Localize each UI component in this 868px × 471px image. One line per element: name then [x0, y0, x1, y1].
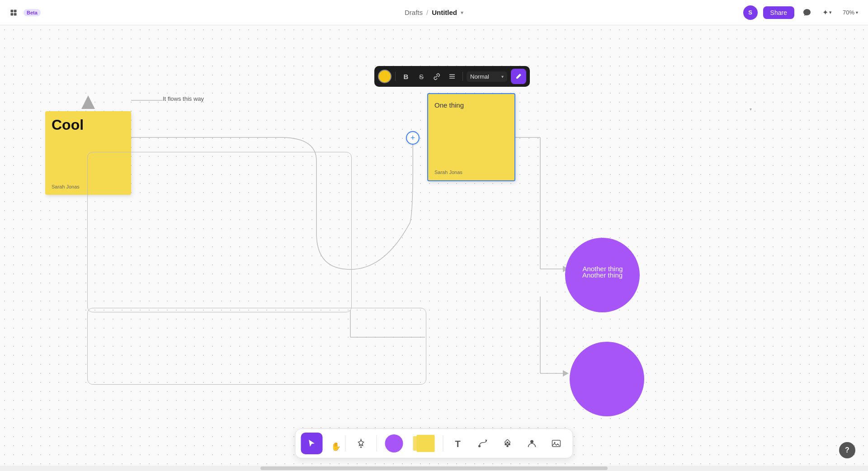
strikethrough-button[interactable]: S — [415, 70, 428, 83]
comments-button[interactable] — [800, 6, 814, 19]
select-tools: ✋ — [301, 433, 341, 454]
sticky-1-author: Sarah Jonas — [52, 184, 80, 189]
svg-point-27 — [554, 442, 556, 443]
frame-container[interactable] — [87, 152, 352, 312]
hand-icon: ✋ — [331, 442, 341, 452]
document-title[interactable]: Untitled — [432, 9, 457, 16]
connect-node[interactable]: + — [406, 131, 420, 145]
toolbar-separator-2 — [462, 72, 463, 81]
share-button[interactable]: Share — [763, 6, 794, 19]
color-picker-button[interactable] — [378, 70, 392, 83]
text-style-label: Normal — [470, 73, 489, 80]
person-tool-button[interactable] — [521, 433, 543, 454]
text-style-chevron: ▾ — [501, 74, 504, 79]
svg-rect-2 — [10, 13, 13, 15]
help-button[interactable]: ? — [839, 442, 855, 458]
note-tool-button[interactable] — [410, 433, 439, 454]
svg-rect-3 — [14, 13, 17, 15]
svg-point-19 — [478, 445, 481, 447]
sticky-2-author: Sarah Jonas — [434, 170, 462, 175]
svg-text:T: T — [455, 439, 461, 449]
topbar-left: Beta — [7, 6, 41, 19]
plus-icon: + — [410, 134, 415, 142]
pen-format-button[interactable] — [511, 69, 526, 84]
select-tool-button[interactable] — [301, 433, 323, 454]
zoom-chevron: ▾ — [856, 10, 858, 15]
image-tool-button[interactable] — [546, 433, 567, 454]
svg-rect-21 — [505, 443, 507, 445]
toolbar-sep-1 — [345, 435, 346, 452]
frame-container-2[interactable] — [87, 308, 426, 385]
text-tool-button[interactable]: T — [448, 433, 470, 454]
toolbar-sep-3 — [443, 435, 443, 452]
svg-rect-23 — [507, 442, 509, 443]
breadcrumb-drafts[interactable]: Drafts — [405, 9, 423, 16]
color-dropdown[interactable]: ▾ — [749, 107, 753, 112]
purple-circle-2[interactable] — [570, 342, 644, 416]
svg-rect-22 — [509, 443, 510, 445]
horizontal-scrollbar[interactable] — [0, 466, 868, 471]
connector-tool-button[interactable] — [472, 433, 494, 454]
link-button[interactable] — [430, 70, 443, 83]
zoom-level: 70% — [843, 9, 854, 16]
title-dropdown-chevron[interactable]: ▾ — [461, 9, 463, 16]
list-button[interactable] — [445, 70, 459, 83]
svg-point-25 — [530, 440, 533, 443]
arrow-label: It flows this way — [163, 95, 204, 102]
svg-rect-1 — [14, 9, 17, 12]
circle-tool-button[interactable] — [382, 433, 407, 454]
topbar-right: S Share ✦ ▾ 70% ▾ — [743, 5, 861, 20]
pen-tool-button[interactable] — [350, 433, 372, 454]
breadcrumb-separator: / — [426, 9, 428, 16]
toolbar-sep-2 — [377, 435, 377, 452]
zoom-control[interactable]: 70% ▾ — [840, 7, 861, 18]
sticky-note-2[interactable]: One thing Sarah Jonas — [427, 93, 515, 181]
avatar[interactable]: S — [743, 5, 758, 20]
sticky-1-content: Cool — [52, 117, 125, 133]
diamond-tool-button[interactable] — [497, 433, 519, 454]
topbar: Beta Drafts / Untitled ▾ S Share ✦ ▾ 70%… — [0, 0, 868, 25]
text-style-dropdown[interactable]: Normal ▾ — [467, 71, 507, 82]
logo-button[interactable] — [7, 6, 20, 19]
bold-button[interactable]: B — [399, 70, 413, 83]
bottom-toolbar: ✋ T — [295, 429, 573, 458]
breadcrumb: Drafts / Untitled ▾ — [405, 9, 463, 16]
svg-rect-24 — [507, 445, 509, 447]
svg-rect-0 — [10, 9, 13, 12]
beta-badge: Beta — [24, 9, 41, 16]
canvas[interactable]: It flows this way Cool Sarah Jonas One t… — [0, 25, 868, 471]
purple-circle-1[interactable]: Another thing — [565, 238, 640, 312]
scrollbar-thumb[interactable] — [260, 466, 608, 470]
svg-marker-14 — [563, 370, 569, 377]
format-toolbar: ▾ B S Normal ▾ — [374, 66, 530, 87]
svg-marker-4 — [81, 95, 95, 109]
circle-1-label: Another thing — [582, 271, 623, 279]
toolbar-separator-1 — [395, 72, 396, 81]
ai-button[interactable]: ✦ ▾ — [820, 6, 835, 19]
sticky-2-content: One thing — [434, 99, 508, 109]
